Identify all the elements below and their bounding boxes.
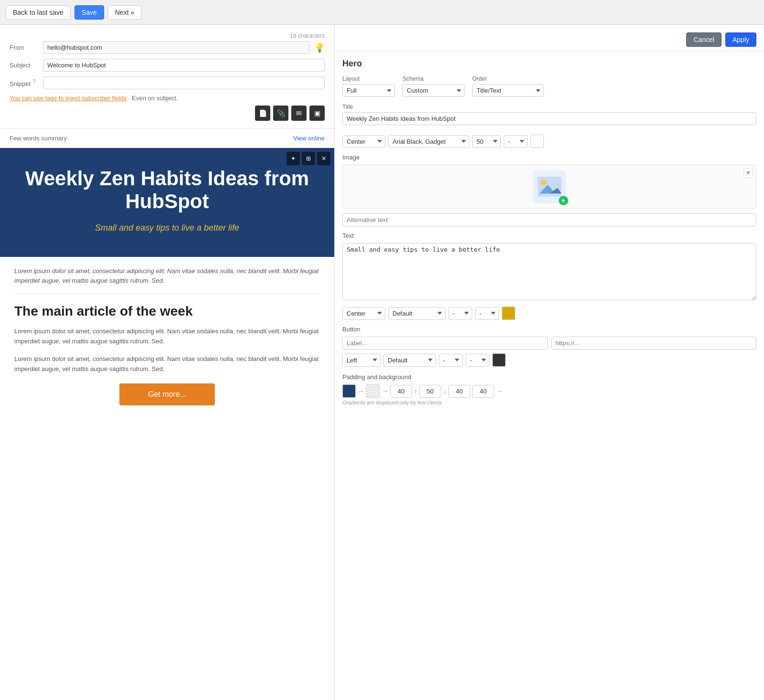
bg-pattern-swatch[interactable] — [366, 384, 380, 398]
btn-align-select[interactable]: LeftCenterRight — [342, 354, 381, 367]
text-format-row: CenterLeftRight DefaultBoldItalic -1416 … — [342, 307, 756, 320]
button-section: Button LeftCenterRight DefaultOutline -1… — [342, 326, 756, 367]
hero-copy-icon[interactable]: ⊞ — [302, 152, 315, 165]
button-format-row: LeftCenterRight DefaultOutline -1416 -BI — [342, 353, 756, 367]
hero-title: Weekly Zen Habits Ideas from HubSpot — [14, 167, 320, 213]
tool-layout-icon[interactable]: ▣ — [309, 106, 325, 121]
right-panel: Cancel Apply Hero Layout Full Half Colum… — [334, 25, 764, 700]
subject-field: Subject — [10, 59, 325, 72]
padding-right-input[interactable] — [472, 385, 494, 398]
align-select[interactable]: Center Left Right — [342, 135, 385, 148]
order-select[interactable]: Title/Text Text/Title Image/Text — [472, 84, 544, 97]
font-size-select[interactable]: 50 40 30 24 — [472, 135, 501, 148]
arrow-up: ↑ — [414, 387, 417, 395]
text-area[interactable]: Small and easy tips to live a better lif… — [342, 243, 756, 300]
toolbar-icons: 📄 📎 ✉ ▣ — [10, 106, 325, 121]
padding-label: Padding and background — [342, 373, 756, 381]
subject-input[interactable] — [43, 59, 325, 72]
image-box[interactable]: + ✕ — [342, 165, 756, 209]
right-top-bar: Cancel Apply — [335, 25, 764, 51]
schema-select[interactable]: Custom Default Modern — [403, 84, 465, 97]
email-header: 18 characters From 💡 Subject Snippet ? Y… — [0, 25, 334, 129]
button-url-input[interactable] — [552, 337, 757, 350]
tool-text-icon[interactable]: 📄 — [255, 106, 270, 121]
padding-bottom-input[interactable] — [448, 385, 470, 398]
right-content: Hero Layout Full Half Column Schema Cust… — [335, 51, 764, 420]
from-field: From 💡 — [10, 41, 325, 54]
text-color-swatch[interactable] — [502, 307, 515, 320]
apply-button[interactable]: Apply — [725, 32, 756, 47]
snippet-input[interactable] — [43, 76, 325, 89]
button-inputs-row — [342, 337, 756, 350]
get-more-button[interactable]: Get more... — [119, 383, 215, 405]
lightbulb-icon: 💡 — [314, 42, 325, 53]
text-align-select[interactable]: CenterLeftRight — [342, 307, 385, 320]
order-label: Order — [472, 75, 544, 82]
gradient-note: Gradients are displayed only by few clie… — [342, 400, 756, 405]
tag-link[interactable]: You can use tags to inject subscriber fi… — [10, 95, 127, 102]
tool-attach-icon[interactable]: 📎 — [273, 106, 288, 121]
back-button[interactable]: Back to last save — [6, 5, 71, 20]
cancel-button[interactable]: Cancel — [686, 32, 722, 47]
image-placeholder[interactable]: + — [533, 170, 566, 203]
layout-schema-order-row: Layout Full Half Column Schema Custom De… — [342, 75, 756, 97]
text-extra-select[interactable]: -BI — [475, 307, 499, 320]
title-section-label: Title — [342, 104, 756, 110]
text-size-select[interactable]: -1416 — [448, 307, 472, 320]
arrow-right-2: → — [382, 387, 388, 395]
lorem1: Lorem ipsum dolor sit amet, consectetur … — [14, 266, 320, 286]
tag-hint-row: You can use tags to inject subscriber fi… — [10, 94, 325, 102]
button-section-label: Button — [342, 326, 756, 333]
title-group: Title — [342, 104, 756, 130]
lorem3: Lorem ipsum dolor sit amet, consectetur … — [14, 354, 320, 374]
hero-subtitle: Small and easy tips to live a better lif… — [14, 223, 320, 233]
hero-overlay-icons: ✦ ⊞ ✕ — [286, 152, 330, 165]
svg-rect-0 — [538, 177, 562, 197]
add-image-icon[interactable]: + — [559, 196, 568, 205]
font-select[interactable]: Arial Black, Gadget Arial Times New Roma… — [388, 135, 469, 148]
top-bar: Back to last save Save Next » — [0, 0, 764, 25]
layout-group: Layout Full Half Column — [342, 75, 395, 97]
snippet-label: Snippet ? — [10, 78, 38, 87]
text-style-select[interactable]: DefaultBoldItalic — [388, 307, 446, 320]
order-group: Order Title/Text Text/Title Image/Text — [472, 75, 544, 97]
tag-hint: . Even on subject. — [128, 95, 178, 102]
btn-style-select[interactable]: DefaultOutline — [383, 354, 436, 367]
tool-send-icon[interactable]: ✉ — [291, 106, 307, 121]
from-input[interactable] — [43, 41, 309, 54]
snippet-help-icon[interactable]: ? — [32, 78, 36, 85]
style-select[interactable]: - B I — [504, 135, 528, 148]
remove-image-button[interactable]: ✕ — [743, 168, 753, 178]
btn-size-select[interactable]: -1416 — [439, 354, 463, 367]
divider1 — [14, 294, 320, 294]
padding-section: Padding and background → → ↑ ↓ → Gradien… — [342, 373, 756, 405]
hero-section[interactable]: Weekly Zen Habits Ideas from HubSpot Sma… — [0, 148, 334, 257]
from-label: From — [10, 44, 38, 51]
view-online-label[interactable]: View online — [293, 135, 325, 142]
arrow-right-3: → — [496, 387, 503, 395]
bg-color-swatch[interactable] — [342, 384, 356, 398]
next-button[interactable]: Next » — [108, 5, 141, 20]
padding-row: → → ↑ ↓ → — [342, 384, 756, 398]
title-color-swatch[interactable] — [531, 135, 544, 148]
hero-tool-icon[interactable]: ✦ — [286, 152, 300, 165]
article-title: The main article of the week — [14, 304, 320, 319]
email-preview: Weekly Zen Habits Ideas from HubSpot Sma… — [0, 148, 334, 700]
article-body: Lorem ipsum dolor sit amet, consectetur … — [0, 257, 334, 430]
main-layout: 18 characters From 💡 Subject Snippet ? Y… — [0, 25, 764, 700]
padding-left-input[interactable] — [390, 385, 412, 398]
padding-top-input[interactable] — [419, 385, 441, 398]
button-color-swatch[interactable] — [492, 353, 506, 367]
btn-extra-select[interactable]: -BI — [466, 354, 489, 367]
arrow-down: ↓ — [443, 387, 446, 395]
layout-select[interactable]: Full Half Column — [342, 84, 395, 97]
placeholder-svg — [538, 175, 562, 199]
arrow-right-1: → — [358, 387, 364, 395]
title-input[interactable] — [342, 112, 756, 125]
alt-text-input[interactable] — [342, 213, 756, 226]
button-label-input[interactable] — [342, 337, 548, 350]
left-panel: 18 characters From 💡 Subject Snippet ? Y… — [0, 25, 334, 700]
hero-close-icon[interactable]: ✕ — [317, 152, 330, 165]
few-words-label: Few words summary — [10, 135, 67, 142]
save-button[interactable]: Save — [74, 5, 104, 20]
